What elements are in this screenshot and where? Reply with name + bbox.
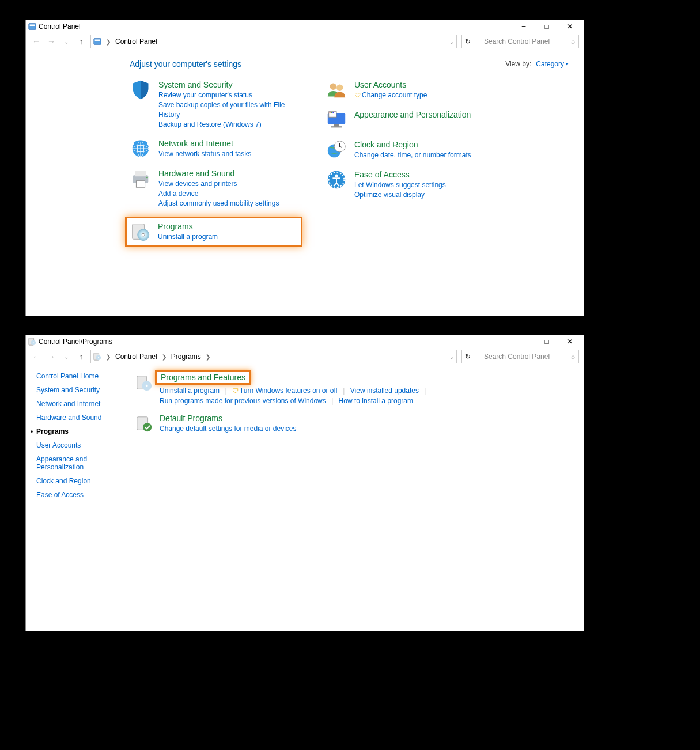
group-title[interactable]: Programs and Features xyxy=(161,373,245,382)
chevron-down-icon[interactable]: ⌄ xyxy=(449,39,454,45)
search-input[interactable] xyxy=(484,353,569,361)
task-link[interactable]: Add a device xyxy=(158,189,279,199)
sidebar-item[interactable]: Ease of Access xyxy=(36,491,119,499)
navbar: ← → ⌄ ↑ ❯ Control Panel ❯ Programs ❯ ⌄ ↻… xyxy=(26,348,584,365)
search-input[interactable] xyxy=(484,37,569,46)
view-by-select[interactable]: Category ▾ xyxy=(536,60,569,68)
search-box[interactable]: ⌕ xyxy=(480,350,579,363)
up-button[interactable]: ↑ xyxy=(75,36,87,47)
sidebar-item[interactable]: Clock and Region xyxy=(36,477,119,485)
minimize-button[interactable]: – xyxy=(512,21,535,33)
chevron-right-icon[interactable]: ❯ xyxy=(104,39,113,45)
control-panel-icon xyxy=(93,37,101,46)
svg-rect-9 xyxy=(136,181,145,187)
users-icon xyxy=(326,79,347,101)
default-programs-icon xyxy=(135,415,153,433)
control-panel-programs-window: Control Panel\Programs – □ ✕ ← → ⌄ ↑ ❯ C… xyxy=(25,335,584,631)
close-button[interactable]: ✕ xyxy=(558,336,581,348)
refresh-button[interactable]: ↻ xyxy=(461,35,474,48)
task-link[interactable]: How to install a program xyxy=(339,397,413,405)
chevron-right-icon[interactable]: ❯ xyxy=(160,354,169,360)
navbar: ← → ⌄ ↑ ❯ Control Panel ⌄ ↻ ⌕ xyxy=(26,33,584,50)
task-link[interactable]: Optimize visual display xyxy=(354,190,446,200)
group-title[interactable]: Default Programs xyxy=(160,414,222,423)
recent-dropdown[interactable]: ⌄ xyxy=(60,36,72,47)
category-title[interactable]: Clock and Region xyxy=(354,140,471,149)
group-default-programs: Default Programs Change default settings… xyxy=(135,413,574,434)
breadcrumb-item[interactable]: Programs xyxy=(171,353,201,361)
clock-globe-icon xyxy=(326,139,347,161)
category-programs: Programs Uninstall a program xyxy=(125,217,302,247)
address-bar[interactable]: ❯ Control Panel ⌄ xyxy=(90,35,457,48)
task-link[interactable]: Backup and Restore (Windows 7) xyxy=(158,120,302,130)
printer-icon xyxy=(130,168,152,190)
titlebar[interactable]: Control Panel\Programs – □ ✕ xyxy=(26,335,584,348)
svg-point-13 xyxy=(142,233,145,236)
category-title[interactable]: User Accounts xyxy=(354,80,427,89)
monitor-icon xyxy=(326,109,347,131)
task-link[interactable]: Uninstall a program xyxy=(160,387,220,395)
task-link[interactable]: Change default settings for media or dev… xyxy=(160,425,296,433)
task-link[interactable]: Let Windows suggest settings xyxy=(354,180,446,190)
category-title[interactable]: Network and Internet xyxy=(158,139,251,148)
task-link[interactable]: View devices and printers xyxy=(158,179,279,189)
task-link[interactable]: Run programs made for previous versions … xyxy=(160,397,326,405)
refresh-button[interactable]: ↻ xyxy=(461,350,474,363)
minimize-button[interactable]: – xyxy=(512,336,535,348)
ease-access-icon xyxy=(326,169,347,191)
disc-icon xyxy=(135,374,153,392)
task-link[interactable]: 🛡Change account type xyxy=(354,90,427,100)
category-system-security: System and Security Review your computer… xyxy=(130,79,302,130)
category-clock-region: Clock and Region Change date, time, or n… xyxy=(326,139,498,161)
task-link[interactable]: Turn Windows features on or off xyxy=(240,387,338,395)
task-link[interactable]: View network status and tasks xyxy=(158,149,251,159)
titlebar[interactable]: Control Panel – □ ✕ xyxy=(26,20,584,33)
maximize-button[interactable]: □ xyxy=(535,21,558,33)
sidebar-item[interactable]: Hardware and Sound xyxy=(36,414,119,422)
control-panel-window: Control Panel – □ ✕ ← → ⌄ ↑ ❯ Control Pa… xyxy=(25,20,584,316)
svg-rect-18 xyxy=(330,112,331,113)
task-link[interactable]: Save backup copies of your files with Fi… xyxy=(158,100,302,120)
svg-rect-20 xyxy=(332,112,334,113)
recent-dropdown[interactable]: ⌄ xyxy=(60,351,72,362)
close-button[interactable]: ✕ xyxy=(558,21,581,33)
sidebar-item[interactable]: User Accounts xyxy=(36,441,119,449)
window-title: Control Panel xyxy=(39,22,81,31)
task-link[interactable]: View installed updates xyxy=(350,387,419,395)
sidebar-item[interactable]: Control Panel Home xyxy=(36,372,119,380)
page-title: Adjust your computer's settings xyxy=(130,59,241,69)
side-panel: Control Panel Home System and Security N… xyxy=(26,365,126,631)
breadcrumb-item[interactable]: Control Panel xyxy=(115,353,157,361)
address-bar[interactable]: ❯ Control Panel ❯ Programs ❯ ⌄ xyxy=(90,350,457,363)
category-title[interactable]: Ease of Access xyxy=(354,170,446,179)
svg-point-30 xyxy=(33,342,34,343)
category-appearance: Appearance and Personalization xyxy=(326,109,498,131)
task-link[interactable]: Change date, time, or number formats xyxy=(354,150,471,160)
chevron-right-icon[interactable]: ❯ xyxy=(203,354,213,360)
category-title[interactable]: System and Security xyxy=(158,80,302,89)
up-button[interactable]: ↑ xyxy=(75,351,87,362)
task-link[interactable]: Review your computer's status xyxy=(158,90,302,100)
sidebar-item[interactable]: Appearance and Personalization xyxy=(36,455,119,471)
maximize-button[interactable]: □ xyxy=(535,336,558,348)
forward-button[interactable]: → xyxy=(46,36,57,47)
chevron-down-icon[interactable]: ⌄ xyxy=(449,354,454,360)
sidebar-item[interactable]: Network and Internet xyxy=(36,400,119,408)
category-title[interactable]: Programs xyxy=(158,222,218,231)
back-button[interactable]: ← xyxy=(31,351,42,362)
breadcrumb-item[interactable]: Control Panel xyxy=(115,37,157,46)
forward-button[interactable]: → xyxy=(46,351,57,362)
shield-icon: 🛡 xyxy=(354,92,361,99)
category-title[interactable]: Hardware and Sound xyxy=(158,169,279,178)
category-title[interactable]: Appearance and Personalization xyxy=(354,110,471,119)
sidebar-item-current[interactable]: Programs xyxy=(36,427,119,435)
back-button[interactable]: ← xyxy=(31,36,42,47)
search-box[interactable]: ⌕ xyxy=(480,35,579,48)
task-link[interactable]: Adjust commonly used mobility settings xyxy=(158,199,279,209)
disc-icon xyxy=(129,221,151,243)
task-link[interactable]: Uninstall a program xyxy=(158,232,218,242)
main-panel: Programs and Features Uninstall a progra… xyxy=(126,365,584,631)
chevron-right-icon[interactable]: ❯ xyxy=(104,354,113,360)
sidebar-item[interactable]: System and Security xyxy=(36,386,119,394)
svg-point-14 xyxy=(330,84,336,90)
